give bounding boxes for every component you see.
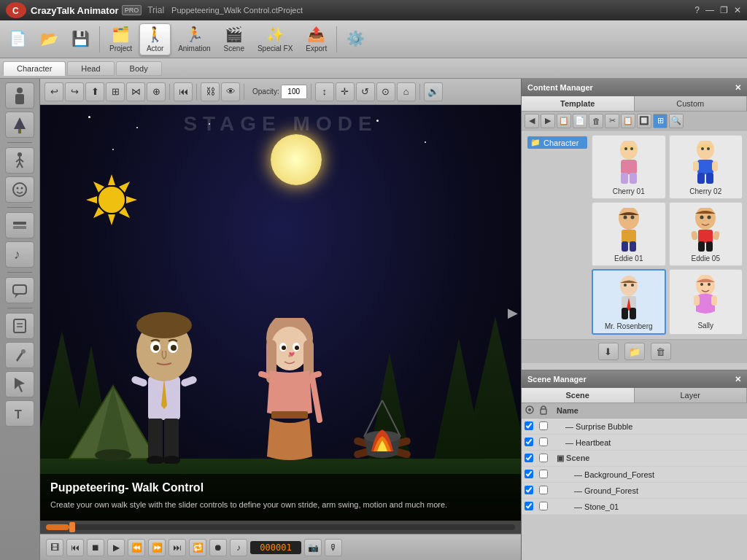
- lock-ground[interactable]: [539, 486, 554, 496]
- render-button[interactable]: 🎞: [46, 539, 63, 556]
- delete-button[interactable]: 🗑: [651, 343, 671, 360]
- transform-tool[interactable]: ⊞: [106, 82, 125, 101]
- loop-button[interactable]: 🔁: [189, 539, 206, 556]
- reset-btn[interactable]: ⊙: [376, 82, 395, 101]
- scene-row-ground-forest[interactable]: — Ground_Forest: [522, 483, 747, 499]
- folder-character[interactable]: 📁 Character: [527, 136, 587, 149]
- goto-start-button[interactable]: ⏮: [66, 539, 84, 556]
- step-fwd-button[interactable]: ⏩: [148, 539, 166, 556]
- vis-check-scene[interactable]: [525, 454, 539, 464]
- sidebar-face-btn[interactable]: [5, 176, 34, 203]
- vis-check-bg[interactable]: [525, 470, 539, 480]
- import-button[interactable]: ⬇: [598, 343, 619, 360]
- stop-button[interactable]: ⏹: [87, 539, 104, 556]
- vis-check-stone[interactable]: [525, 502, 539, 512]
- scene-row-stone[interactable]: — Stone_01: [522, 499, 747, 515]
- vis-check-heartbeat[interactable]: [525, 438, 539, 448]
- scene-row-surprise[interactable]: — Surprise Bubble: [522, 419, 747, 435]
- mic-button[interactable]: 🎙: [325, 539, 342, 556]
- maximize-button[interactable]: ❐: [720, 5, 728, 15]
- tab-body[interactable]: Body: [116, 61, 162, 76]
- rotate-btn[interactable]: ↺: [356, 82, 375, 101]
- tab-custom[interactable]: Custom: [635, 96, 748, 111]
- sidebar-cursor-btn[interactable]: [5, 371, 34, 397]
- content-btn-2[interactable]: ▶: [541, 114, 555, 128]
- content-btn-7[interactable]: 📋: [621, 114, 635, 128]
- project-button[interactable]: 🗂️ Project: [104, 23, 138, 55]
- tab-head[interactable]: Head: [67, 61, 114, 76]
- save-button[interactable]: 💾: [66, 23, 96, 55]
- sidebar-music-btn[interactable]: ♪: [5, 241, 34, 268]
- scene-manager-close[interactable]: ✕: [735, 375, 741, 384]
- stage-arrow-right[interactable]: ▶: [508, 305, 518, 321]
- content-btn-9[interactable]: 🔍: [669, 114, 684, 128]
- sidebar-chat-btn[interactable]: [5, 277, 34, 303]
- char-card-cherry02[interactable]: Cherry 02: [669, 135, 743, 199]
- scene-row-scene[interactable]: ▣ Scene: [522, 451, 747, 467]
- sidebar-walk-btn[interactable]: [5, 147, 34, 174]
- sidebar-layers-btn[interactable]: [5, 212, 34, 238]
- tab-character[interactable]: Character: [3, 61, 66, 76]
- camera-button[interactable]: 📷: [304, 539, 322, 556]
- undo-button[interactable]: ↩: [44, 82, 63, 101]
- open-button[interactable]: 📂: [34, 23, 64, 55]
- tab-scene[interactable]: Scene: [522, 388, 635, 402]
- lock-stone[interactable]: [539, 502, 554, 512]
- audio-btn[interactable]: 🔊: [424, 82, 443, 101]
- redo-button[interactable]: ↪: [65, 82, 84, 101]
- actor-button[interactable]: 🚶 Actor: [139, 23, 171, 55]
- select-tool[interactable]: ⬆: [85, 82, 104, 101]
- scene-button[interactable]: 🎬 Scene: [218, 23, 250, 55]
- special-fx-button[interactable]: ✨ Special FX: [252, 23, 298, 55]
- char-card-eddie01[interactable]: Eddie 01: [592, 202, 666, 266]
- char-card-eddie05[interactable]: Eddie 05: [669, 202, 743, 266]
- content-btn-grid[interactable]: ⊞: [653, 114, 667, 128]
- content-btn-3[interactable]: 📋: [557, 114, 571, 128]
- vis-check-surprise[interactable]: [525, 421, 539, 432]
- new-button[interactable]: 📄: [3, 23, 33, 55]
- content-manager-close[interactable]: ✕: [735, 83, 741, 93]
- tab-template[interactable]: Template: [522, 96, 635, 111]
- sidebar-person-btn[interactable]: [5, 82, 34, 109]
- content-btn-6[interactable]: ✂: [605, 114, 619, 128]
- char-card-rosenberg[interactable]: Mr. Rosenberg: [592, 269, 666, 335]
- link-btn[interactable]: ⛓: [201, 82, 220, 101]
- animation-button[interactable]: 🏃 Animation: [172, 23, 216, 55]
- lock-scene[interactable]: [539, 454, 554, 464]
- play-button[interactable]: ▶: [107, 539, 125, 556]
- mesh-tool[interactable]: ⋈: [126, 82, 145, 101]
- sidebar-paint-btn[interactable]: [5, 342, 34, 368]
- eye-btn[interactable]: 👁: [221, 82, 240, 101]
- move-btn[interactable]: ✛: [336, 82, 355, 101]
- char-card-cherry01[interactable]: Cherry 01: [592, 135, 666, 199]
- content-btn-4[interactable]: 📄: [573, 114, 587, 128]
- new-folder-button[interactable]: 📁: [624, 343, 645, 360]
- stage-canvas[interactable]: STAGE MODE ▶ Puppeteering- Walk Control …: [40, 105, 521, 521]
- bone-tool[interactable]: ⊕: [147, 82, 166, 101]
- timeline-track[interactable]: [46, 524, 515, 530]
- help-button[interactable]: ?: [694, 5, 700, 15]
- close-button[interactable]: ✕: [734, 5, 741, 15]
- record-button[interactable]: ⏺: [209, 539, 227, 556]
- scene-row-heartbeat[interactable]: — Heartbeat: [522, 435, 747, 451]
- vis-check-ground[interactable]: [525, 486, 539, 496]
- export-button[interactable]: 📤 Export: [300, 23, 333, 55]
- lock-bg[interactable]: [539, 470, 554, 480]
- flip-v-btn[interactable]: ↕: [315, 82, 334, 101]
- scene-row-bg-forest[interactable]: — Background_Forest: [522, 467, 747, 483]
- content-btn-5[interactable]: 🗑: [589, 114, 603, 128]
- sidebar-tree-btn[interactable]: [5, 112, 34, 138]
- home-btn[interactable]: ⌂: [397, 82, 416, 101]
- lock-surprise[interactable]: [539, 421, 554, 432]
- content-btn-1[interactable]: ◀: [525, 114, 539, 128]
- opacity-input[interactable]: [281, 85, 307, 99]
- sidebar-script-btn[interactable]: [5, 313, 34, 339]
- char-card-sally[interactable]: Sally: [669, 269, 743, 335]
- settings-button[interactable]: ⚙️: [341, 23, 371, 55]
- prev-frame[interactable]: ⏮: [174, 82, 193, 101]
- minimize-button[interactable]: —: [705, 5, 714, 15]
- sidebar-text-btn[interactable]: T: [5, 400, 34, 427]
- tab-layer[interactable]: Layer: [635, 388, 748, 402]
- timeline-handle[interactable]: [69, 522, 75, 532]
- lock-heartbeat[interactable]: [539, 438, 554, 448]
